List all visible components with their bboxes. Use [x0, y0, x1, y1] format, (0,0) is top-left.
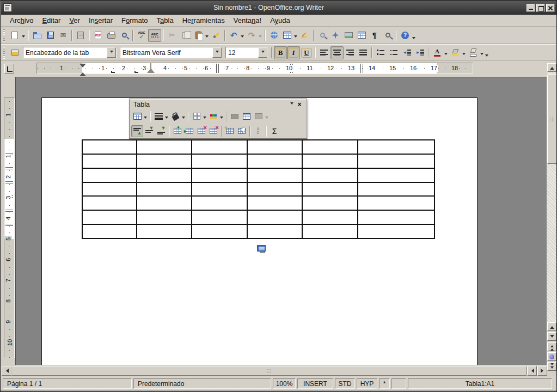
tab-type-selector[interactable] [4, 64, 14, 74]
table-cell[interactable] [248, 183, 302, 196]
tab-stop-marker[interactable] [111, 71, 115, 73]
underline-button[interactable]: U [300, 46, 313, 59]
background-color-dropdown[interactable] [480, 53, 483, 57]
menu-ventana[interactable]: Ventana! [229, 15, 266, 26]
horizontal-scrollbar-thumb[interactable] [11, 366, 527, 376]
table-cell[interactable] [303, 225, 357, 238]
open-button[interactable] [30, 29, 44, 42]
new-document-dropdown[interactable] [22, 35, 25, 39]
insert-column-button[interactable]: ► [183, 125, 195, 137]
bold-button[interactable]: B [274, 46, 287, 59]
table-properties-button[interactable] [236, 125, 248, 137]
font-color-button[interactable]: A [431, 46, 444, 59]
toolbar-grip[interactable] [3, 47, 7, 59]
table-cell[interactable] [303, 140, 357, 154]
table-cell[interactable] [192, 155, 247, 168]
bullet-list-button[interactable] [387, 46, 400, 59]
nonprinting-characters-button[interactable]: ¶ [368, 29, 381, 42]
table-row-marker[interactable] [5, 224, 13, 226]
highlighting-button[interactable] [449, 46, 462, 59]
font-name-combo[interactable]: Bitstream Vera Serif [120, 47, 222, 58]
autoformat-button[interactable]: ★ [224, 125, 236, 137]
table-cell[interactable] [248, 225, 302, 238]
table-row-marker[interactable] [5, 210, 13, 212]
print-button[interactable] [105, 29, 118, 42]
table-row-marker[interactable] [5, 167, 13, 169]
table-cell[interactable] [248, 155, 302, 168]
table-cell[interactable] [192, 169, 247, 182]
center-vertical-button[interactable]: ▼ [143, 125, 155, 137]
find-replace-button[interactable] [316, 29, 329, 42]
menu-insertar[interactable]: Insertar [84, 15, 117, 26]
table-cell[interactable] [192, 140, 247, 154]
font-name-value[interactable]: Bitstream Vera Serif [120, 47, 212, 58]
data-sources-button[interactable] [355, 29, 368, 42]
hyperlink-button[interactable] [267, 29, 280, 42]
toolbar-overflow-dropdown[interactable] [485, 54, 488, 58]
table-cell[interactable] [303, 211, 357, 224]
sum-button[interactable]: Σ [268, 125, 280, 137]
align-bottom-button[interactable]: ▼ [155, 125, 167, 137]
table-column-marker[interactable] [360, 64, 363, 73]
maximize-button[interactable] [536, 4, 545, 12]
insert-table-dropdown[interactable] [294, 35, 297, 39]
new-document-button[interactable] [8, 29, 21, 42]
menu-formato[interactable]: Formato [117, 15, 152, 26]
background-color-button[interactable] [467, 46, 480, 59]
decrease-indent-button[interactable]: ◄ [400, 46, 413, 59]
vertical-ruler[interactable]: 112345678910 [4, 97, 15, 358]
table-cell[interactable] [358, 183, 434, 196]
status-page-style[interactable]: Predeterminado [133, 378, 271, 389]
line-style-dropdown[interactable] [165, 117, 168, 120]
table-cell[interactable] [192, 183, 247, 196]
menu-tabla[interactable]: Tabla [152, 15, 178, 26]
table-cell[interactable] [192, 197, 247, 210]
table-cell[interactable] [248, 197, 302, 210]
align-top-button[interactable]: ▲ [131, 125, 143, 137]
zoom-button[interactable] [381, 29, 394, 42]
border-color-button[interactable] [169, 111, 181, 122]
table-cell[interactable] [137, 211, 191, 224]
export-pdf-button[interactable]: PDF [91, 29, 105, 42]
table-cell[interactable] [137, 140, 191, 154]
table-cell[interactable] [192, 211, 247, 224]
autospellcheck-button[interactable]: ABC [148, 29, 161, 42]
scroll-up-button[interactable] [547, 63, 556, 72]
next-page-button[interactable] [547, 362, 556, 371]
title-bar[interactable]: Sin nombre1 - OpenOffice.org Writer [1, 1, 557, 15]
close-button[interactable] [546, 4, 555, 12]
insert-table-button[interactable] [280, 29, 293, 42]
table-cell[interactable] [358, 140, 434, 154]
delete-column-button[interactable]: × [207, 125, 219, 137]
table-toolbar-menu-dropdown[interactable] [288, 101, 296, 108]
italic-button[interactable]: I [287, 46, 300, 59]
borders-button[interactable] [191, 111, 203, 122]
table-row-marker[interactable] [5, 181, 13, 183]
table-toolbar-close-icon[interactable]: × [296, 101, 303, 108]
spellcheck-button[interactable]: ABC✓ [135, 29, 148, 42]
paste-button[interactable] [192, 29, 205, 42]
menu-ayuda[interactable]: Ayuda [266, 15, 295, 26]
status-page-number[interactable]: Página 1 / 1 [3, 378, 132, 389]
numbered-list-button[interactable] [374, 46, 387, 59]
document-as-email-button[interactable]: ✉ [57, 29, 70, 42]
increase-indent-button[interactable]: ► [413, 46, 426, 59]
menu-editar[interactable]: Editar [38, 15, 65, 26]
navigator-button[interactable] [329, 29, 342, 42]
table-cell[interactable] [303, 169, 357, 182]
status-zoom[interactable]: 100% [273, 378, 296, 389]
table-cell[interactable] [192, 225, 247, 238]
table-cell[interactable] [83, 211, 136, 224]
table-cell[interactable] [83, 155, 136, 168]
table-cell[interactable] [358, 155, 434, 168]
table-cell[interactable] [358, 211, 434, 224]
table-cell[interactable] [248, 140, 302, 154]
table-cell[interactable] [137, 225, 191, 238]
scroll-left-button[interactable] [2, 366, 11, 376]
table-column-marker[interactable] [216, 64, 219, 73]
align-center-button[interactable] [330, 46, 344, 59]
status-insert-mode[interactable]: INSERT [297, 378, 333, 389]
toolbar-grip[interactable] [3, 29, 7, 41]
table-cell[interactable] [137, 169, 191, 182]
help-button[interactable]: ? [399, 29, 412, 42]
